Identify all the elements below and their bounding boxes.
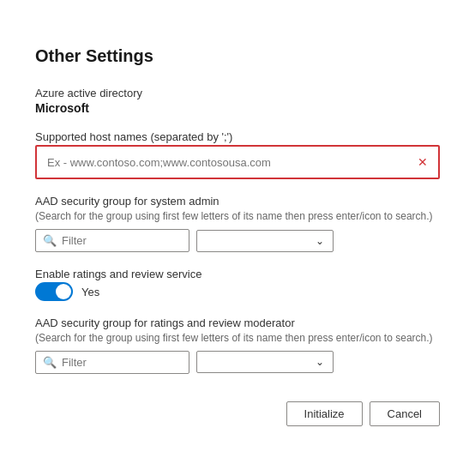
aad-admin-filter-wrap[interactable]: 🔍 [35, 229, 189, 252]
host-names-input[interactable] [47, 156, 411, 169]
ratings-field: Enable ratings and review service Yes [35, 268, 440, 301]
ratings-toggle[interactable] [35, 282, 73, 301]
cancel-button[interactable]: Cancel [370, 401, 440, 426]
page-title: Other Settings [35, 46, 440, 66]
search-icon: 🔍 [43, 234, 57, 247]
aad-admin-field: AAD security group for system admin (Sea… [35, 195, 440, 252]
chevron-down-icon: ⌄ [316, 235, 324, 247]
footer-buttons: Initialize Cancel [35, 401, 440, 426]
host-names-input-wrapper[interactable]: ✕ [35, 145, 440, 179]
aad-moderator-input-row: 🔍 ⌄ [35, 351, 440, 374]
aad-moderator-filter-input[interactable] [62, 356, 182, 369]
other-settings-panel: Other Settings Azure active directory Mi… [15, 29, 460, 447]
ratings-toggle-row: Yes [35, 282, 440, 301]
host-names-field: Supported host names (separated by ';') … [35, 130, 440, 179]
aad-moderator-field: AAD security group for ratings and revie… [35, 316, 440, 374]
ratings-label: Enable ratings and review service [35, 268, 440, 280]
azure-ad-field: Azure active directory Microsoft [35, 87, 440, 115]
azure-ad-value: Microsoft [35, 101, 440, 115]
aad-moderator-hint: (Search for the group using first few le… [35, 331, 440, 346]
azure-ad-label: Azure active directory [35, 87, 440, 99]
aad-moderator-label: AAD security group for ratings and revie… [35, 316, 440, 329]
aad-admin-input-row: 🔍 ⌄ [35, 229, 440, 252]
aad-admin-filter-input[interactable] [62, 234, 182, 247]
aad-admin-label: AAD security group for system admin [35, 195, 440, 208]
chevron-down-icon-2: ⌄ [316, 356, 324, 368]
aad-admin-dropdown[interactable]: ⌄ [196, 230, 334, 252]
aad-admin-hint: (Search for the group using first few le… [35, 209, 440, 224]
toggle-knob [56, 284, 71, 299]
initialize-button[interactable]: Initialize [286, 401, 363, 426]
clear-icon[interactable]: ✕ [418, 155, 428, 169]
ratings-toggle-label: Yes [81, 286, 99, 298]
host-names-label: Supported host names (separated by ';') [35, 130, 440, 143]
aad-moderator-filter-wrap[interactable]: 🔍 [35, 351, 189, 374]
search-icon-2: 🔍 [43, 356, 57, 369]
aad-moderator-dropdown[interactable]: ⌄ [196, 351, 334, 373]
